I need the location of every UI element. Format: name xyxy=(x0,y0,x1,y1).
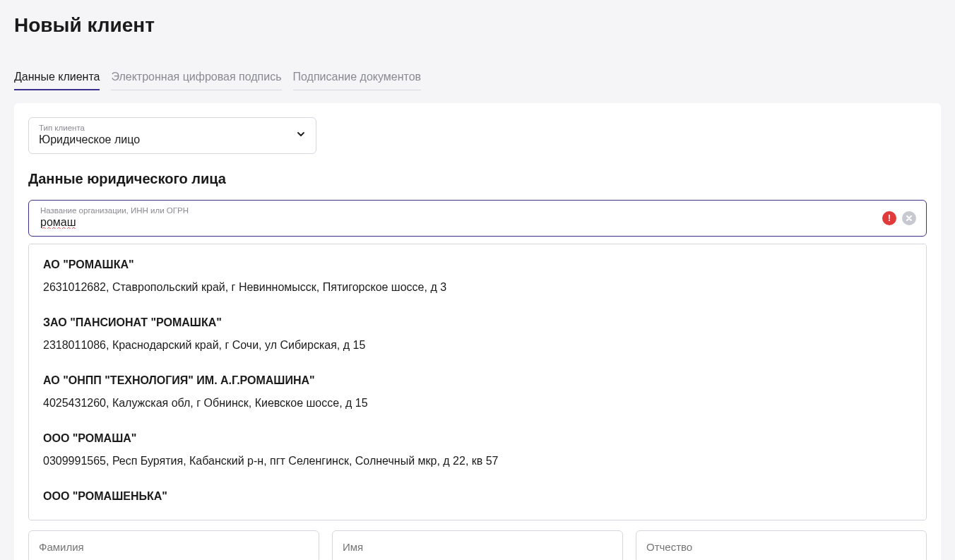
client-type-label: Тип клиента xyxy=(39,124,306,132)
suggestion-sub: 4025431260, Калужская обл, г Обнинск, Ки… xyxy=(43,397,912,410)
firstname-field[interactable] xyxy=(332,530,623,560)
client-type-select[interactable]: Тип клиента Юридическое лицо xyxy=(28,117,316,154)
tab-digital-signature[interactable]: Электронная цифровая подпись xyxy=(111,71,281,90)
tab-client-data[interactable]: Данные клиента xyxy=(14,71,100,90)
suggestion-title: ООО "РОМАША" xyxy=(43,432,912,445)
suggestions-dropdown[interactable]: АО "РОМАШКА" 2631012682, Ставропольский … xyxy=(28,244,927,520)
suggestion-item[interactable]: АО "РОМАШКА" 2631012682, Ставропольский … xyxy=(29,258,926,316)
suggestion-item[interactable]: ООО "РОМАША" 0309991565, Респ Бурятия, К… xyxy=(29,432,926,490)
suggestion-title: ЗАО "ПАНСИОНАТ "РОМАШКА" xyxy=(43,316,912,329)
client-type-value: Юридическое лицо xyxy=(39,133,140,145)
suggestion-sub: 2631012682, Ставропольский край, г Невин… xyxy=(43,281,912,294)
patronymic-field[interactable] xyxy=(636,530,927,560)
section-title-legal-entity: Данные юридического лица xyxy=(28,171,927,187)
suggestion-item[interactable]: ЗАО "ПАНСИОНАТ "РОМАШКА" 2318011086, Кра… xyxy=(29,316,926,374)
tab-document-signing[interactable]: Подписание документов xyxy=(293,71,422,90)
org-search-label: Название организации, ИНН или ОГРН xyxy=(40,206,891,215)
suggestion-sub: 2318011086, Краснодарский край, г Сочи, … xyxy=(43,339,912,352)
search-icons: ! xyxy=(882,211,916,225)
suggestion-title: ООО "РОМАШЕНЬКА" xyxy=(43,490,912,503)
suggestion-item[interactable]: ООО "РОМАШЕНЬКА" xyxy=(29,490,926,520)
name-fields-row xyxy=(28,530,927,560)
chevron-down-icon xyxy=(296,129,306,142)
suggestion-item[interactable]: АО "ОНПП "ТЕХНОЛОГИЯ" ИМ. А.Г.РОМАШИНА" … xyxy=(29,374,926,432)
org-search-input[interactable] xyxy=(40,216,891,229)
alert-icon: ! xyxy=(882,211,896,225)
clear-icon[interactable] xyxy=(902,211,916,225)
org-search-field[interactable]: Название организации, ИНН или ОГРН ! xyxy=(28,200,927,237)
form-card: Тип клиента Юридическое лицо Данные юрид… xyxy=(14,103,941,560)
suggestion-sub: 0309991565, Респ Бурятия, Кабанский р-н,… xyxy=(43,455,912,467)
page-title: Новый клиент xyxy=(14,14,941,37)
surname-field[interactable] xyxy=(28,530,319,560)
suggestion-title: АО "РОМАШКА" xyxy=(43,258,912,271)
tabs-row: Данные клиента Электронная цифровая подп… xyxy=(14,71,941,90)
suggestion-title: АО "ОНПП "ТЕХНОЛОГИЯ" ИМ. А.Г.РОМАШИНА" xyxy=(43,374,912,387)
